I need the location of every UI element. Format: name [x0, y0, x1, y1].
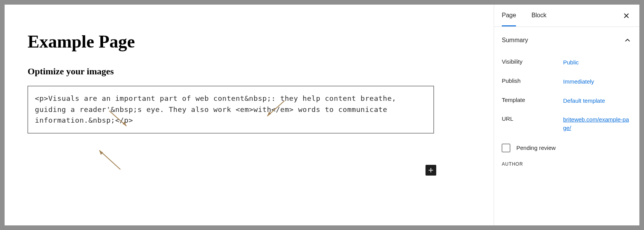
editor-canvas[interactable]: Example Page Optimize your images <p>Vis… — [5, 5, 494, 225]
summary-rows: Visibility Public Publish Immediately Te… — [502, 51, 632, 138]
summary-row-publish: Publish Immediately — [502, 72, 632, 91]
sub-heading[interactable]: Optimize your images — [28, 66, 471, 77]
tab-page[interactable]: Page — [502, 5, 516, 26]
html-code-block[interactable]: <p>Visuals are an important part of web … — [28, 86, 434, 133]
plus-icon — [427, 166, 435, 174]
visibility-value[interactable]: Public — [563, 58, 632, 67]
close-sidebar-button[interactable] — [621, 10, 632, 21]
summary-row-template: Template Default template — [502, 91, 632, 110]
close-icon — [622, 12, 631, 20]
template-label: Template — [502, 97, 563, 105]
author-section-heading: AUTHOR — [502, 156, 632, 167]
chevron-up-icon — [623, 36, 632, 44]
summary-row-url: URL briteweb.com/example-page/ — [502, 110, 632, 138]
pending-review-checkbox[interactable] — [502, 144, 510, 152]
visibility-label: Visibility — [502, 58, 563, 67]
sidebar-tabs: Page Block — [494, 5, 639, 27]
url-label: URL — [502, 115, 563, 132]
pending-review-row: Pending review — [502, 138, 632, 156]
add-block-button[interactable] — [426, 165, 436, 176]
svg-line-4 — [99, 150, 120, 169]
pending-review-label: Pending review — [516, 145, 556, 151]
settings-sidebar: Page Block Summary Visibility Public Pub… — [494, 5, 639, 225]
publish-label: Publish — [502, 77, 563, 86]
page-title[interactable]: Example Page — [28, 31, 471, 52]
template-value[interactable]: Default template — [563, 97, 632, 105]
summary-row-visibility: Visibility Public — [502, 53, 632, 72]
editor-window: Example Page Optimize your images <p>Vis… — [5, 5, 639, 225]
publish-value[interactable]: Immediately — [563, 77, 632, 86]
summary-panel-toggle[interactable]: Summary — [502, 27, 632, 51]
annotation-arrow-icon — [92, 146, 126, 172]
svg-marker-5 — [99, 150, 103, 155]
url-value[interactable]: briteweb.com/example-page/ — [563, 115, 632, 132]
summary-heading: Summary — [502, 37, 528, 44]
tab-block[interactable]: Block — [531, 5, 546, 26]
